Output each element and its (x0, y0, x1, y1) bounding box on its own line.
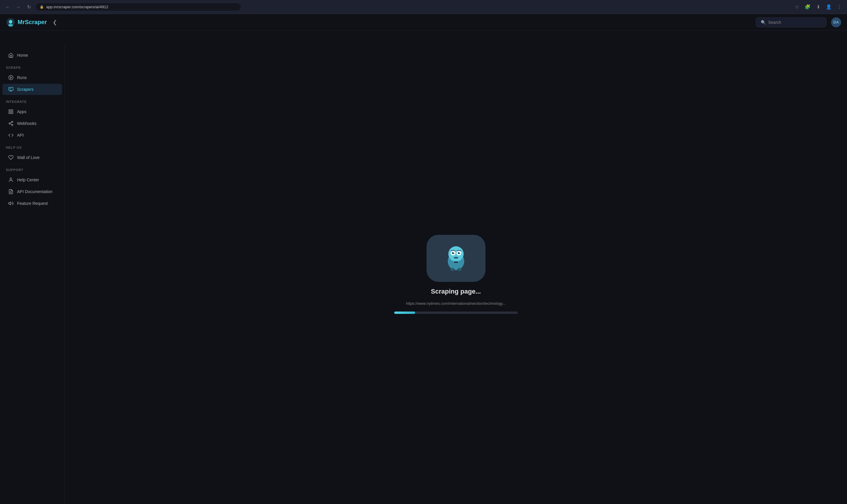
extensions-button[interactable]: 🧩 (803, 3, 812, 11)
logo-icon (6, 18, 15, 27)
browser-actions: ☆ 🧩 ⬇ 👤 ⋮ (793, 3, 844, 11)
svg-point-13 (9, 123, 10, 124)
help-center-icon (8, 177, 14, 182)
mascot-container (427, 235, 485, 282)
sidebar-item-scrapers-label: Scrapers (17, 87, 34, 92)
url-text: app.mrscraper.com/scrapers/ai/4912 (46, 5, 108, 9)
star-button[interactable]: ☆ (793, 3, 801, 11)
main-content: Scraping page... https://www.nytimes.com… (65, 45, 847, 504)
sidebar-item-webhooks-label: Webhooks (17, 121, 36, 126)
feature-request-icon (8, 201, 14, 206)
scraping-container: Scraping page... https://www.nytimes.com… (382, 223, 530, 326)
svg-point-12 (12, 121, 13, 123)
api-docs-icon (8, 189, 14, 194)
sidebar-section-help: Help Us (0, 141, 65, 151)
reload-button[interactable]: ↻ (25, 3, 33, 11)
svg-point-34 (457, 268, 462, 271)
svg-point-29 (454, 257, 459, 258)
svg-rect-8 (9, 110, 10, 111)
apps-icon (8, 109, 14, 114)
svg-point-2 (8, 24, 13, 27)
app-header: MrScraper ❮ 🔍 DA (0, 14, 847, 31)
logo-text: MrScraper (18, 19, 47, 25)
svg-point-3 (9, 75, 13, 80)
svg-point-28 (459, 252, 460, 253)
sidebar-item-home[interactable]: Home (2, 50, 62, 61)
svg-marker-20 (9, 202, 11, 205)
heart-icon (8, 155, 14, 160)
svg-rect-5 (9, 87, 13, 91)
user-avatar[interactable]: DA (831, 17, 841, 27)
sidebar-item-runs-label: Runs (17, 75, 27, 80)
svg-point-32 (455, 261, 457, 263)
svg-rect-9 (12, 110, 13, 111)
progress-bar-container (394, 311, 518, 314)
logo[interactable]: MrScraper (6, 18, 47, 27)
webhooks-icon (8, 121, 14, 126)
back-button[interactable]: ← (3, 3, 12, 11)
sidebar-item-wall-of-love[interactable]: Wall of Love (2, 152, 62, 163)
progress-bar-fill (394, 311, 415, 314)
mascot-illustration (441, 242, 471, 274)
sidebar-item-help-center[interactable]: Help Center (2, 174, 62, 185)
sidebar-item-runs[interactable]: Runs (2, 72, 62, 83)
download-button[interactable]: ⬇ (814, 3, 822, 11)
sidebar-item-feature-request[interactable]: Feature Request (2, 198, 62, 209)
sidebar-section-integrate: Integrate (0, 95, 65, 106)
scraping-url: https://www.nytimes.com/international/se… (406, 301, 506, 306)
sidebar-item-scrapers[interactable]: Scrapers (2, 84, 62, 95)
sidebar-item-wall-of-love-label: Wall of Love (17, 155, 40, 160)
svg-line-16 (10, 122, 12, 123)
menu-button[interactable]: ⋮ (835, 3, 844, 11)
svg-rect-10 (9, 112, 10, 114)
browser-chrome: ← → ↻ 🔒 app.mrscraper.com/scrapers/ai/49… (0, 0, 847, 14)
svg-line-15 (10, 124, 12, 125)
svg-point-14 (12, 124, 13, 126)
sidebar-item-webhooks[interactable]: Webhooks (2, 118, 62, 129)
svg-point-27 (453, 252, 454, 253)
svg-point-33 (450, 268, 455, 271)
account-button[interactable]: 👤 (825, 3, 833, 11)
home-icon (8, 53, 14, 58)
collapse-sidebar-button[interactable]: ❮ (53, 19, 57, 25)
header-search[interactable]: 🔍 (756, 17, 826, 27)
svg-point-1 (9, 20, 12, 23)
svg-rect-11 (12, 112, 13, 114)
sidebar-item-api[interactable]: API (2, 130, 62, 141)
svg-point-22 (448, 246, 464, 262)
sidebar-section-support: Support (0, 163, 65, 174)
svg-marker-4 (11, 77, 12, 78)
sidebar-item-apps-label: Apps (17, 109, 27, 114)
sidebar-section-scrape: Scrape (0, 61, 65, 72)
search-input[interactable] (768, 20, 822, 25)
address-bar[interactable]: 🔒 app.mrscraper.com/scrapers/ai/4912 (35, 3, 241, 11)
runs-icon (8, 75, 14, 80)
sidebar-item-api-docs-label: API Documentation (17, 189, 53, 194)
scrapers-icon (8, 87, 14, 92)
main-wrapper: Home Scrape Runs Scrapers (0, 45, 847, 504)
svg-point-17 (10, 178, 12, 180)
sidebar-item-apps[interactable]: Apps (2, 106, 62, 117)
lock-icon: 🔒 (40, 5, 44, 9)
scraping-title: Scraping page... (431, 288, 481, 295)
sidebar-item-home-label: Home (17, 53, 28, 58)
sidebar: Home Scrape Runs Scrapers (0, 45, 65, 504)
sidebar-item-help-center-label: Help Center (17, 178, 39, 182)
sidebar-item-feature-request-label: Feature Request (17, 201, 48, 206)
api-icon (8, 132, 14, 138)
sidebar-item-api-documentation[interactable]: API Documentation (2, 186, 62, 197)
forward-button[interactable]: → (14, 3, 22, 11)
sidebar-item-api-label: API (17, 133, 24, 138)
search-icon: 🔍 (761, 20, 766, 25)
